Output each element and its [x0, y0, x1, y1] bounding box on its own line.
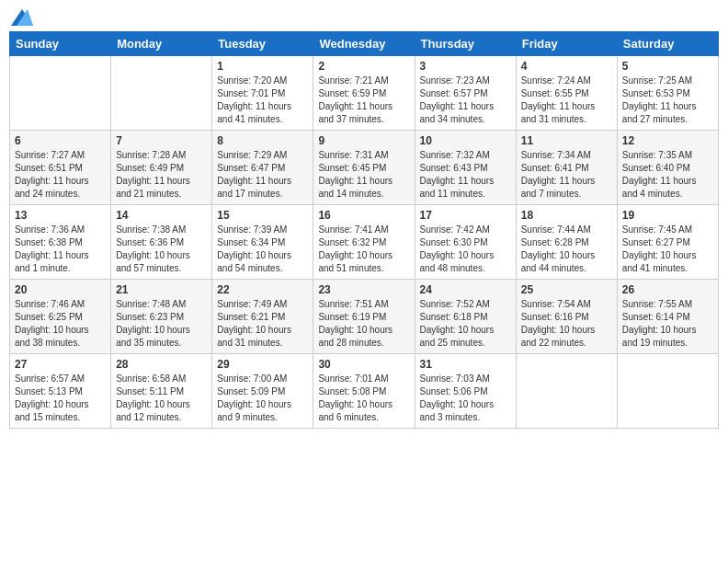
day-number: 25 [521, 283, 612, 296]
calendar-week-row: 6Sunrise: 7:27 AM Sunset: 6:51 PM Daylig… [10, 131, 719, 205]
day-info: Sunrise: 7:44 AM Sunset: 6:28 PM Dayligh… [521, 224, 612, 275]
calendar-week-row: 27Sunrise: 6:57 AM Sunset: 5:13 PM Dayli… [10, 354, 719, 429]
day-info: Sunrise: 7:35 AM Sunset: 6:40 PM Dayligh… [622, 149, 713, 201]
day-number: 9 [318, 134, 409, 147]
day-of-week-header: Sunday [10, 32, 111, 56]
day-number: 28 [116, 358, 207, 371]
calendar-cell: 25Sunrise: 7:54 AM Sunset: 6:16 PM Dayli… [516, 280, 617, 354]
calendar-cell: 19Sunrise: 7:45 AM Sunset: 6:27 PM Dayli… [617, 205, 718, 280]
day-info: Sunrise: 7:52 AM Sunset: 6:18 PM Dayligh… [420, 298, 511, 350]
day-number: 27 [15, 358, 106, 371]
calendar-cell: 26Sunrise: 7:55 AM Sunset: 6:14 PM Dayli… [617, 280, 718, 354]
day-number: 7 [116, 134, 207, 147]
calendar-cell: 8Sunrise: 7:29 AM Sunset: 6:47 PM Daylig… [212, 131, 313, 205]
calendar-cell [516, 354, 617, 429]
calendar-cell [617, 354, 718, 429]
calendar-cell: 16Sunrise: 7:41 AM Sunset: 6:32 PM Dayli… [313, 205, 415, 280]
day-info: Sunrise: 7:03 AM Sunset: 5:06 PM Dayligh… [420, 373, 511, 424]
calendar-cell: 9Sunrise: 7:31 AM Sunset: 6:45 PM Daylig… [313, 131, 415, 205]
calendar-week-row: 13Sunrise: 7:36 AM Sunset: 6:38 PM Dayli… [10, 205, 719, 280]
day-number: 15 [217, 209, 308, 222]
calendar-cell: 6Sunrise: 7:27 AM Sunset: 6:51 PM Daylig… [10, 131, 111, 205]
calendar-header-row: SundayMondayTuesdayWednesdayThursdayFrid… [10, 32, 719, 56]
calendar-cell: 24Sunrise: 7:52 AM Sunset: 6:18 PM Dayli… [415, 280, 516, 354]
day-number: 26 [622, 283, 713, 296]
calendar-cell: 20Sunrise: 7:46 AM Sunset: 6:25 PM Dayli… [10, 280, 111, 354]
day-info: Sunrise: 7:38 AM Sunset: 6:36 PM Dayligh… [116, 224, 207, 275]
calendar-cell: 2Sunrise: 7:21 AM Sunset: 6:59 PM Daylig… [313, 56, 415, 131]
calendar-table: SundayMondayTuesdayWednesdayThursdayFrid… [9, 31, 719, 429]
day-info: Sunrise: 7:49 AM Sunset: 6:21 PM Dayligh… [217, 298, 308, 350]
day-number: 31 [420, 358, 511, 371]
day-number: 1 [217, 60, 308, 73]
day-info: Sunrise: 7:55 AM Sunset: 6:14 PM Dayligh… [622, 298, 713, 350]
day-info: Sunrise: 7:46 AM Sunset: 6:25 PM Dayligh… [15, 298, 106, 350]
calendar-cell: 23Sunrise: 7:51 AM Sunset: 6:19 PM Dayli… [313, 280, 415, 354]
calendar-cell: 12Sunrise: 7:35 AM Sunset: 6:40 PM Dayli… [617, 131, 718, 205]
day-number: 29 [217, 358, 308, 371]
day-number: 20 [15, 283, 106, 296]
day-number: 6 [15, 134, 106, 147]
day-number: 14 [116, 209, 207, 222]
calendar-cell: 30Sunrise: 7:01 AM Sunset: 5:08 PM Dayli… [313, 354, 415, 429]
calendar-cell: 7Sunrise: 7:28 AM Sunset: 6:49 PM Daylig… [111, 131, 212, 205]
calendar-week-row: 20Sunrise: 7:46 AM Sunset: 6:25 PM Dayli… [10, 280, 719, 354]
calendar-cell: 21Sunrise: 7:48 AM Sunset: 6:23 PM Dayli… [111, 280, 212, 354]
day-info: Sunrise: 7:34 AM Sunset: 6:41 PM Dayligh… [521, 149, 612, 201]
day-number: 23 [318, 283, 409, 296]
day-info: Sunrise: 7:27 AM Sunset: 6:51 PM Dayligh… [15, 149, 106, 201]
day-info: Sunrise: 6:58 AM Sunset: 5:11 PM Dayligh… [116, 373, 207, 424]
day-of-week-header: Wednesday [313, 32, 415, 56]
calendar-cell: 27Sunrise: 6:57 AM Sunset: 5:13 PM Dayli… [10, 354, 111, 429]
calendar-cell: 28Sunrise: 6:58 AM Sunset: 5:11 PM Dayli… [111, 354, 212, 429]
day-number: 19 [622, 209, 713, 222]
day-number: 11 [521, 134, 612, 147]
calendar-cell: 22Sunrise: 7:49 AM Sunset: 6:21 PM Dayli… [212, 280, 313, 354]
calendar-cell: 4Sunrise: 7:24 AM Sunset: 6:55 PM Daylig… [516, 56, 617, 131]
calendar-cell: 11Sunrise: 7:34 AM Sunset: 6:41 PM Dayli… [516, 131, 617, 205]
day-number: 22 [217, 283, 308, 296]
calendar-cell [111, 56, 212, 131]
day-number: 16 [318, 209, 409, 222]
day-of-week-header: Friday [516, 32, 617, 56]
day-info: Sunrise: 7:29 AM Sunset: 6:47 PM Dayligh… [217, 149, 308, 201]
calendar-week-row: 1Sunrise: 7:20 AM Sunset: 7:01 PM Daylig… [10, 56, 719, 131]
calendar-cell: 14Sunrise: 7:38 AM Sunset: 6:36 PM Dayli… [111, 205, 212, 280]
day-info: Sunrise: 7:28 AM Sunset: 6:49 PM Dayligh… [116, 149, 207, 201]
day-number: 13 [15, 209, 106, 222]
day-info: Sunrise: 7:41 AM Sunset: 6:32 PM Dayligh… [318, 224, 409, 275]
calendar-cell: 3Sunrise: 7:23 AM Sunset: 6:57 PM Daylig… [415, 56, 516, 131]
day-of-week-header: Thursday [415, 32, 516, 56]
day-number: 5 [622, 60, 713, 73]
day-info: Sunrise: 7:54 AM Sunset: 6:16 PM Dayligh… [521, 298, 612, 350]
calendar-cell [10, 56, 111, 131]
day-info: Sunrise: 7:00 AM Sunset: 5:09 PM Dayligh… [217, 373, 308, 424]
day-info: Sunrise: 7:24 AM Sunset: 6:55 PM Dayligh… [521, 75, 612, 126]
day-of-week-header: Tuesday [212, 32, 313, 56]
calendar-cell: 5Sunrise: 7:25 AM Sunset: 6:53 PM Daylig… [617, 56, 718, 131]
day-info: Sunrise: 7:25 AM Sunset: 6:53 PM Dayligh… [622, 75, 713, 126]
day-info: Sunrise: 7:51 AM Sunset: 6:19 PM Dayligh… [318, 298, 409, 350]
day-number: 2 [318, 60, 409, 73]
day-info: Sunrise: 7:32 AM Sunset: 6:43 PM Dayligh… [420, 149, 511, 201]
day-info: Sunrise: 6:57 AM Sunset: 5:13 PM Dayligh… [15, 373, 106, 424]
calendar-cell: 10Sunrise: 7:32 AM Sunset: 6:43 PM Dayli… [415, 131, 516, 205]
calendar-cell: 17Sunrise: 7:42 AM Sunset: 6:30 PM Dayli… [415, 205, 516, 280]
day-number: 10 [420, 134, 511, 147]
day-number: 12 [622, 134, 713, 147]
day-number: 17 [420, 209, 511, 222]
day-info: Sunrise: 7:23 AM Sunset: 6:57 PM Dayligh… [420, 75, 511, 126]
day-of-week-header: Monday [111, 32, 212, 56]
day-info: Sunrise: 7:31 AM Sunset: 6:45 PM Dayligh… [318, 149, 409, 201]
day-number: 21 [116, 283, 207, 296]
calendar-cell: 31Sunrise: 7:03 AM Sunset: 5:06 PM Dayli… [415, 354, 516, 429]
calendar-cell: 1Sunrise: 7:20 AM Sunset: 7:01 PM Daylig… [212, 56, 313, 131]
day-number: 4 [521, 60, 612, 73]
logo [9, 9, 33, 22]
day-info: Sunrise: 7:21 AM Sunset: 6:59 PM Dayligh… [318, 75, 409, 126]
day-info: Sunrise: 7:39 AM Sunset: 6:34 PM Dayligh… [217, 224, 308, 275]
day-of-week-header: Saturday [617, 32, 718, 56]
day-number: 24 [420, 283, 511, 296]
day-number: 3 [420, 60, 511, 73]
day-number: 8 [217, 134, 308, 147]
